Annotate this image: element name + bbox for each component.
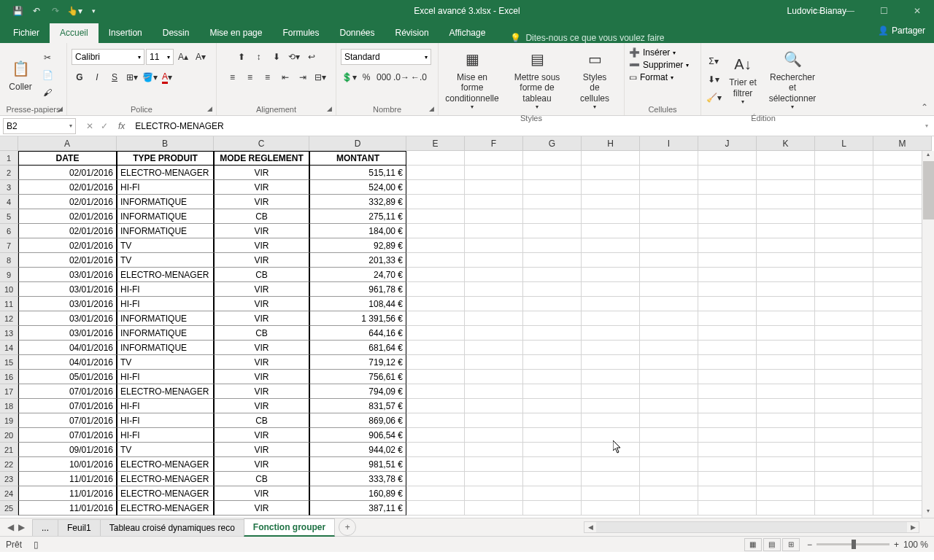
increase-indent-icon[interactable]: ⇥ [295,69,311,85]
cell[interactable]: 644,16 € [309,326,406,341]
cell[interactable] [523,268,582,282]
percent-format-icon[interactable]: % [358,69,374,85]
row-header[interactable]: 7 [0,238,18,253]
cell[interactable] [582,399,640,413]
cell[interactable]: 02/01/2016 [18,195,117,209]
cell[interactable] [698,282,757,297]
cell[interactable] [582,384,640,399]
cell-styles-button[interactable]: ▭Styles de cellules▾ [573,46,617,112]
cell[interactable]: 02/01/2016 [18,209,117,224]
cell[interactable] [815,443,873,457]
row-header[interactable]: 14 [0,341,18,355]
qat-customize-icon[interactable]: ▾ [85,2,102,20]
cell[interactable]: 07/01/2016 [18,399,117,413]
cell[interactable] [523,486,582,501]
cell[interactable] [523,457,582,472]
zoom-out-icon[interactable]: − [807,540,812,550]
cell[interactable]: 03/01/2016 [18,282,117,297]
cell[interactable] [757,151,815,166]
cell[interactable] [406,268,465,282]
cell[interactable] [815,253,873,268]
wrap-text-icon[interactable]: ↩ [304,49,320,65]
cell[interactable] [640,166,698,180]
cell[interactable] [582,195,640,209]
cell[interactable] [757,180,815,195]
cell[interactable] [406,413,465,428]
cell[interactable] [757,166,815,180]
cell[interactable] [582,472,640,486]
sheet-tab-fonction-grouper[interactable]: Fonction grouper [244,518,335,537]
column-header[interactable]: A [18,136,117,151]
cell[interactable] [465,151,523,166]
cell[interactable] [698,355,757,370]
cell[interactable]: VIR [214,224,309,238]
cell[interactable] [815,268,873,282]
cell[interactable] [815,486,873,501]
clear-icon[interactable]: 🧹▾ [706,90,722,106]
cell[interactable] [406,472,465,486]
align-top-icon[interactable]: ⬆ [234,49,250,65]
sheet-tab-ellipsis[interactable]: ... [32,519,58,536]
cell[interactable] [465,399,523,413]
cell[interactable] [465,326,523,341]
cell[interactable]: VIR [214,370,309,384]
cell[interactable]: 92,89 € [309,238,406,253]
row-header[interactable]: 11 [0,297,18,311]
cell[interactable] [465,166,523,180]
cell[interactable] [815,166,873,180]
cell[interactable]: 24,70 € [309,268,406,282]
cell[interactable]: 02/01/2016 [18,224,117,238]
cell[interactable]: 794,09 € [309,384,406,399]
dialog-launcher-icon[interactable]: ◢ [427,104,436,113]
decrease-decimal-icon[interactable]: ←.0 [411,69,427,85]
cell[interactable]: 108,44 € [309,297,406,311]
cell[interactable]: VIR [214,253,309,268]
cell[interactable] [698,311,757,326]
cell[interactable]: VIR [214,195,309,209]
cell[interactable]: VIR [214,311,309,326]
cell[interactable] [698,326,757,341]
row-header[interactable]: 3 [0,180,18,195]
cell[interactable] [815,282,873,297]
cell[interactable] [582,253,640,268]
cell[interactable] [465,472,523,486]
cell[interactable] [465,443,523,457]
cell[interactable]: 201,33 € [309,253,406,268]
cell[interactable] [640,486,698,501]
cell[interactable] [640,413,698,428]
enter-formula-icon[interactable]: ✓ [101,121,108,131]
cell[interactable]: VIR [214,501,309,516]
cell[interactable] [757,282,815,297]
cell[interactable] [406,311,465,326]
cell[interactable] [757,224,815,238]
select-all-corner[interactable] [0,136,18,151]
underline-button[interactable]: S [107,69,123,85]
cell[interactable] [815,399,873,413]
cell[interactable] [757,443,815,457]
cell[interactable] [523,297,582,311]
tab-draw[interactable]: Dessin [153,23,200,43]
cell[interactable] [640,195,698,209]
ribbon-display-icon[interactable]: ▭ [800,0,833,21]
cell[interactable] [757,268,815,282]
cell[interactable] [523,472,582,486]
cell[interactable] [640,399,698,413]
cell[interactable]: INFORMATIQUE [117,209,214,224]
cell[interactable] [640,457,698,472]
cell[interactable] [406,282,465,297]
cell[interactable] [698,370,757,384]
cell[interactable]: VIR [214,238,309,253]
cell[interactable] [815,151,873,166]
font-name-combo[interactable]: Calibri▾ [72,49,144,65]
cell[interactable] [698,209,757,224]
tab-review[interactable]: Révision [385,23,439,43]
fill-icon[interactable]: ⬇▾ [706,71,722,88]
cell[interactable] [582,486,640,501]
tell-me-search[interactable]: 💡 Dites-nous ce que vous voulez faire [495,33,664,43]
collapse-ribbon-icon[interactable]: ⌃ [921,102,928,112]
cell[interactable] [523,311,582,326]
cell[interactable] [465,341,523,355]
cell[interactable] [465,486,523,501]
spreadsheet-grid[interactable]: ABCDEFGHIJKLM 12345678910111213141516171… [0,136,934,518]
font-color-icon[interactable]: A▾ [159,69,175,85]
